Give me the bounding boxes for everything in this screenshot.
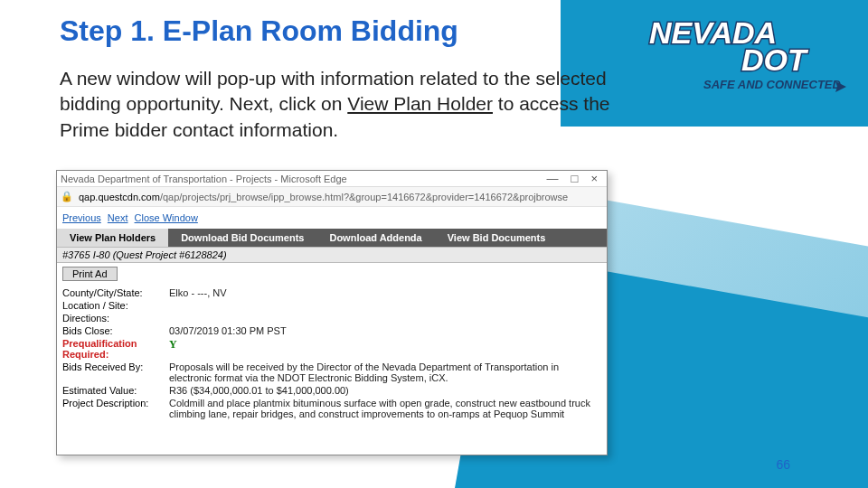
window-minimize-button[interactable]: — xyxy=(547,172,559,185)
nav-close-window-link[interactable]: Close Window xyxy=(135,212,198,223)
address-bar[interactable]: 🔒 qap.questcdn.com/qap/projects/prj_brow… xyxy=(57,187,607,207)
body-link: View Plan Holder xyxy=(347,93,493,114)
browser-window: Nevada Department of Transportation - Pr… xyxy=(56,170,608,455)
menu-bar: View Plan Holders Download Bid Documents… xyxy=(57,229,607,247)
url-path: /qap/projects/prj_browse/ipp_browse.html… xyxy=(160,192,568,202)
desc-label: Project Description: xyxy=(62,398,169,419)
lock-icon: 🔒 xyxy=(61,191,73,202)
menu-view-plan-holders[interactable]: View Plan Holders xyxy=(57,229,168,247)
estvalue-value: R36 ($34,000,000.01 to $41,000,000.00) xyxy=(169,385,601,396)
window-title: Nevada Department of Transportation - Pr… xyxy=(61,174,547,184)
nav-next-link[interactable]: Next xyxy=(108,212,128,223)
received-label: Bids Received By: xyxy=(62,361,169,383)
county-label: County/City/State: xyxy=(62,287,169,298)
directions-label: Directions: xyxy=(62,313,169,324)
bids-close-value: 03/07/2019 01:30 PM PST xyxy=(169,325,601,336)
field-prequalification: Prequalification Required: Y xyxy=(62,337,601,361)
window-titlebar: Nevada Department of Transportation - Pr… xyxy=(57,171,607,187)
slide-body: A new window will pop-up with informatio… xyxy=(60,66,620,143)
menu-download-bid-documents[interactable]: Download Bid Documents xyxy=(168,229,316,247)
directions-value xyxy=(169,313,601,324)
estvalue-label: Estimated Value: xyxy=(62,385,169,396)
received-value: Proposals will be received by the Direct… xyxy=(169,361,601,383)
field-location: Location / Site: xyxy=(62,299,601,312)
bids-close-label: Bids Close: xyxy=(62,325,169,336)
field-bids-received: Bids Received By: Proposals will be rece… xyxy=(62,361,601,384)
slide-title: Step 1. E-Plan Room Bidding xyxy=(60,14,810,48)
window-close-button[interactable]: × xyxy=(590,172,598,185)
prequal-value: Y xyxy=(169,338,601,360)
field-directions: Directions: xyxy=(62,312,601,324)
window-maximize-button[interactable]: □ xyxy=(571,172,579,185)
nav-previous-link[interactable]: Previous xyxy=(62,212,101,223)
page-number: 66 xyxy=(776,457,790,472)
field-bids-close: Bids Close: 03/07/2019 01:30 PM PST xyxy=(62,324,601,337)
project-title: #3765 I-80 (Quest Project #6128824) xyxy=(57,247,607,263)
location-label: Location / Site: xyxy=(62,300,169,311)
prequal-label: Prequalification Required: xyxy=(62,338,169,360)
location-value xyxy=(169,300,601,311)
page-nav-links: Previous Next Close Window xyxy=(57,207,607,229)
menu-download-addenda[interactable]: Download Addenda xyxy=(316,229,434,247)
url-domain: qap.questcdn.com xyxy=(79,192,160,202)
field-project-description: Project Description: Coldmill and place … xyxy=(62,397,601,420)
county-value: Elko - ---, NV xyxy=(169,287,601,298)
desc-value: Coldmill and place plantmix bituminous s… xyxy=(169,398,601,419)
project-fields: County/City/State: Elko - ---, NV Locati… xyxy=(57,285,607,422)
field-county: County/City/State: Elko - ---, NV xyxy=(62,286,601,299)
print-ad-button[interactable]: Print Ad xyxy=(62,267,118,281)
field-estimated-value: Estimated Value: R36 ($34,000,000.01 to … xyxy=(62,384,601,397)
menu-view-bid-documents[interactable]: View Bid Documents xyxy=(435,229,559,247)
